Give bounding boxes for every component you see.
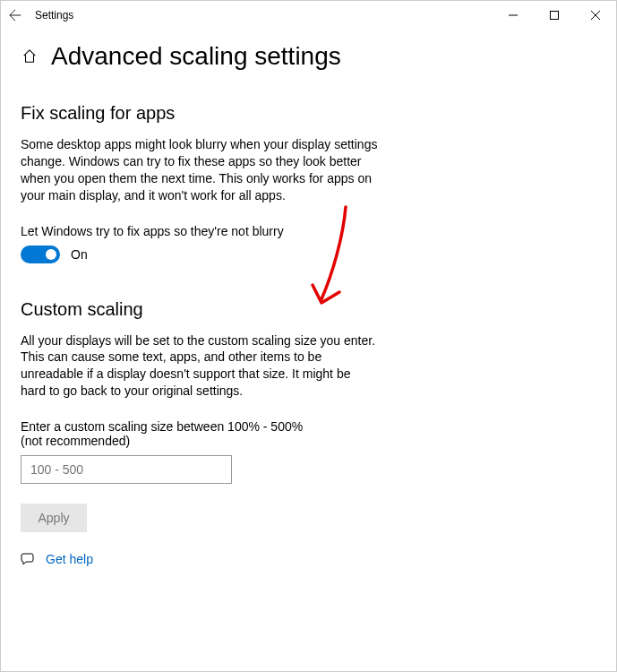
titlebar: Settings bbox=[1, 1, 616, 30]
minimize-icon bbox=[509, 11, 518, 20]
toggle-row: On bbox=[21, 246, 596, 263]
toggle-state-text: On bbox=[71, 247, 88, 262]
page-header: Advanced scaling settings bbox=[21, 42, 596, 71]
help-row: Get help bbox=[21, 552, 596, 566]
svg-rect-1 bbox=[551, 12, 559, 20]
window-title: Settings bbox=[35, 9, 73, 22]
section-heading-fix-scaling: Fix scaling for apps bbox=[21, 103, 596, 124]
fix-scaling-toggle[interactable] bbox=[21, 246, 60, 263]
custom-scaling-description: All your displays will be set to the cus… bbox=[21, 332, 379, 401]
close-icon bbox=[591, 11, 600, 20]
maximize-button[interactable] bbox=[534, 1, 575, 30]
chat-bubble-icon bbox=[21, 552, 35, 566]
section-heading-custom-scaling: Custom scaling bbox=[21, 299, 596, 320]
custom-scaling-input[interactable] bbox=[21, 455, 232, 484]
home-icon-svg bbox=[21, 48, 38, 65]
get-help-link[interactable]: Get help bbox=[46, 552, 93, 566]
minimize-button[interactable] bbox=[493, 1, 534, 30]
home-icon[interactable] bbox=[21, 47, 39, 65]
close-button[interactable] bbox=[575, 1, 616, 30]
chat-icon bbox=[21, 552, 35, 566]
maximize-icon bbox=[550, 11, 559, 20]
page-title: Advanced scaling settings bbox=[51, 42, 341, 71]
window-controls bbox=[493, 1, 616, 30]
back-button[interactable] bbox=[8, 8, 22, 22]
toggle-label: Let Windows try to fix apps so they're n… bbox=[21, 224, 596, 238]
content-area: Advanced scaling settings Fix scaling fo… bbox=[1, 30, 616, 586]
scaling-input-label: Enter a custom scaling size between 100%… bbox=[21, 419, 316, 448]
fix-scaling-description: Some desktop apps might look blurry when… bbox=[21, 136, 379, 204]
arrow-left-icon bbox=[9, 9, 21, 22]
apply-button[interactable]: Apply bbox=[21, 504, 87, 532]
